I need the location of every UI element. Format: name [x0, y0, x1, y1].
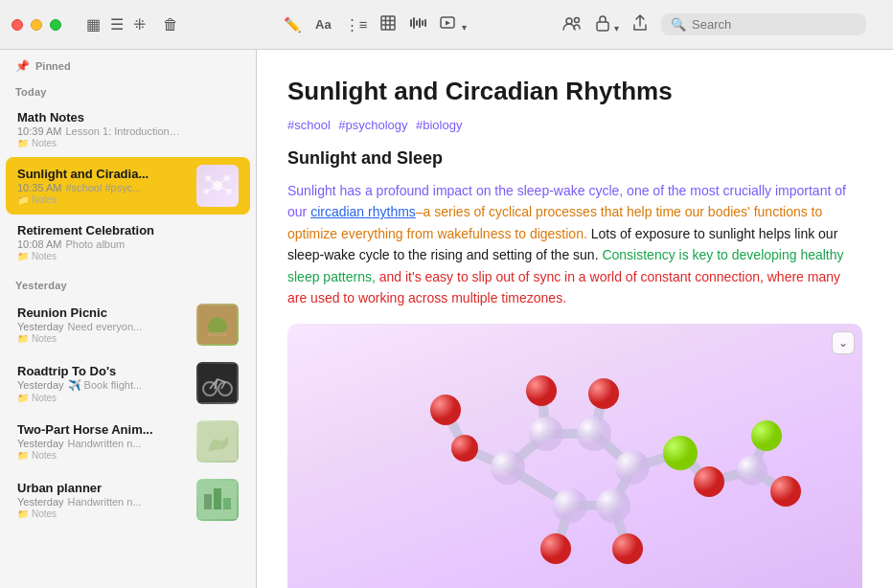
folder-name: Notes	[32, 450, 57, 461]
svg-rect-15	[597, 22, 608, 31]
tag-psychology[interactable]: #psychology	[338, 118, 407, 132]
new-note-icon[interactable]: ✏️	[284, 16, 302, 34]
note-time: Yesterday	[17, 321, 64, 332]
pin-icon: 📌	[15, 59, 30, 73]
text-link-circadian[interactable]: circadian rhythms	[310, 204, 416, 219]
note-time: Yesterday	[17, 496, 64, 508]
svg-marker-12	[446, 21, 450, 26]
font-icon[interactable]: Aa	[315, 17, 332, 32]
folder-name: Notes	[32, 138, 57, 148]
editor-body[interactable]: Sunlight has a profound impact on the sl…	[287, 180, 862, 308]
table-icon[interactable]	[380, 15, 396, 34]
svg-rect-27	[208, 332, 227, 336]
note-folder: 📁 Notes	[17, 138, 239, 148]
audio-icon[interactable]	[409, 15, 426, 34]
list-view-icon[interactable]: ☰	[110, 15, 124, 34]
svg-point-60	[526, 375, 557, 406]
close-button[interactable]	[11, 19, 23, 31]
note-item-math-notes[interactable]: Math Notes 10:39 AM Lesson 1: Introducti…	[6, 102, 250, 156]
svg-rect-7	[416, 20, 418, 26]
note-title: Two-Part Horse Anim...	[17, 422, 189, 437]
lock-icon[interactable]: ▾	[595, 14, 619, 34]
note-thumbnail-molecule	[196, 165, 239, 207]
sidebar-toggle-icon[interactable]: ▦	[86, 15, 101, 34]
share-icon[interactable]	[632, 14, 648, 34]
molecule-svg	[297, 328, 853, 588]
titlebar: ▦ ☰ ⁜ 🗑 ✏️ Aa ⋮≡	[0, 0, 893, 50]
note-thumbnail-picnic	[196, 304, 239, 346]
svg-rect-34	[214, 488, 221, 509]
note-folder: 📁 Notes	[17, 333, 189, 344]
note-meta: Yesterday Need everyon...	[17, 321, 189, 332]
image-collapse-button[interactable]: ⌄	[832, 331, 855, 354]
note-item-reunion[interactable]: Reunion Picnic Yesterday Need everyon...…	[6, 296, 250, 353]
collab-icon[interactable]	[562, 15, 582, 34]
editor: Sunlight and Circadian Rhythms #school #…	[257, 50, 893, 588]
section-yesterday: Yesterday	[0, 270, 256, 295]
search-bar[interactable]: 🔍	[661, 13, 866, 35]
note-preview: Need everyon...	[68, 321, 143, 332]
sidebar: 📌 Pinned Today Math Notes 10:39 AM Lesso…	[0, 50, 257, 588]
note-title: Urban planner	[17, 481, 189, 495]
search-icon: 🔍	[671, 17, 686, 32]
note-preview: Handwritten n...	[68, 496, 142, 508]
svg-point-61	[588, 378, 619, 409]
svg-rect-5	[410, 19, 412, 27]
note-thumbnail-urban	[196, 479, 239, 521]
svg-point-56	[615, 450, 650, 485]
note-item-retirement[interactable]: Retirement Celebration 10:08 AM Photo al…	[6, 215, 250, 269]
note-meta: Yesterday Handwritten n...	[17, 496, 189, 508]
svg-point-63	[612, 533, 643, 564]
note-content: Urban planner Yesterday Handwritten n...…	[17, 481, 189, 519]
folder-name: Notes	[32, 194, 57, 205]
note-title: Reunion Picnic	[17, 305, 189, 320]
note-content: Retirement Celebration 10:08 AM Photo al…	[17, 223, 239, 261]
svg-rect-33	[204, 494, 212, 509]
note-time: 10:35 AM	[17, 182, 61, 193]
folder-name: Notes	[32, 251, 57, 261]
note-folder: 📁 Notes	[17, 450, 189, 461]
search-input[interactable]	[692, 17, 855, 32]
note-title: Roadtrip To Do's	[17, 364, 189, 378]
note-meta: 10:35 AM #school #psyc...	[17, 182, 189, 193]
svg-rect-6	[413, 17, 415, 29]
note-item-horse[interactable]: Two-Part Horse Anim... Yesterday Handwri…	[6, 413, 250, 470]
note-content: Math Notes 10:39 AM Lesson 1: Introducti…	[17, 110, 239, 148]
svg-rect-0	[381, 16, 395, 30]
note-meta: Yesterday ✈️ Book flight...	[17, 379, 189, 392]
main-content: 📌 Pinned Today Math Notes 10:39 AM Lesso…	[0, 50, 893, 588]
folder-name: Notes	[32, 333, 57, 344]
note-item-urban[interactable]: Urban planner Yesterday Handwritten n...…	[6, 471, 250, 529]
titlebar-left: ▦ ☰ ⁜ 🗑	[11, 15, 268, 34]
minimize-button[interactable]	[31, 19, 42, 31]
note-time: 10:39 AM	[17, 125, 61, 137]
svg-rect-10	[424, 19, 426, 27]
svg-point-64	[540, 533, 571, 564]
editor-title: Sunlight and Circadian Rhythms	[287, 77, 862, 106]
svg-point-68	[751, 420, 782, 451]
svg-point-54	[529, 417, 563, 451]
note-content: Two-Part Horse Anim... Yesterday Handwri…	[17, 422, 189, 461]
note-meta: Yesterday Handwritten n...	[17, 438, 189, 449]
note-thumbnail-horse	[196, 420, 239, 463]
folder-icon: 📁	[17, 393, 29, 403]
note-title: Retirement Celebration	[17, 223, 239, 237]
note-item-roadtrip[interactable]: Roadtrip To Do's Yesterday ✈️ Book fligh…	[6, 354, 250, 412]
grid-view-icon[interactable]: ⁜	[133, 15, 146, 34]
toolbar-right-group: ▾ 🔍	[562, 13, 866, 35]
note-thumbnail-bike	[196, 362, 239, 404]
media-icon[interactable]: ▾	[440, 15, 466, 34]
list-options-icon[interactable]: ⋮≡	[345, 16, 368, 34]
maximize-button[interactable]	[50, 19, 61, 31]
delete-icon[interactable]: 🗑	[163, 16, 178, 34]
note-folder: 📁 Notes	[17, 509, 189, 519]
note-item-sunlight[interactable]: Sunlight and Ciradia... 10:35 AM #school…	[6, 157, 250, 215]
tag-school[interactable]: #school	[287, 118, 331, 132]
note-preview: ✈️ Book flight...	[68, 379, 143, 392]
toolbar-group: ✏️ Aa ⋮≡	[284, 15, 467, 34]
note-content: Reunion Picnic Yesterday Need everyon...…	[17, 305, 189, 344]
tag-biology[interactable]: #biology	[416, 118, 462, 132]
note-title: Math Notes	[17, 110, 239, 124]
traffic-lights	[11, 19, 61, 31]
svg-rect-9	[422, 20, 424, 26]
